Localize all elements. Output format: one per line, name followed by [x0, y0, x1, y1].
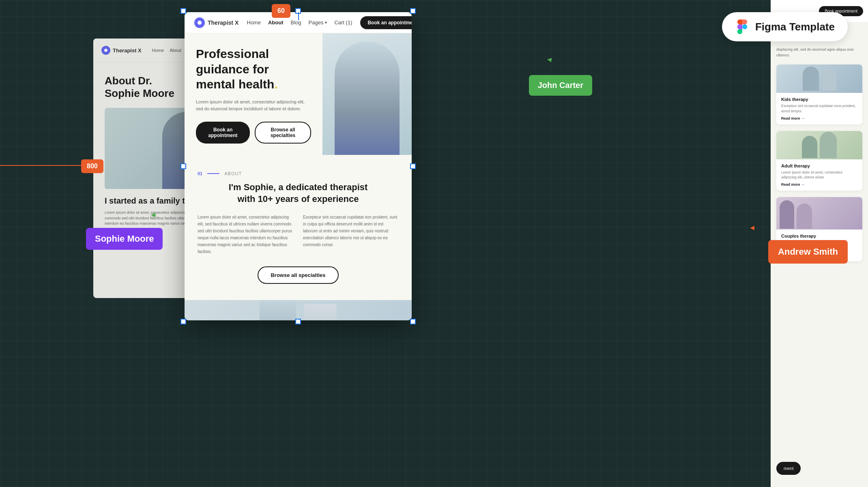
right-card-img-1: [776, 64, 862, 93]
hero-buttons: Book an appointment Browse all specialti…: [196, 122, 311, 144]
about-section: 01 ABOUT I'm Sophie, a dedicated therapi…: [185, 155, 412, 300]
measurement-line-vertical: [298, 12, 299, 20]
about-browse-btn[interactable]: Browse all specialties: [258, 266, 338, 284]
right-card-1-text: Excepteur sint occaecat cupidatat none p…: [781, 103, 857, 114]
about-tag-number: 01: [198, 171, 202, 176]
right-card-1-content: Kids therapy Excepteur sint occaecat cup…: [776, 93, 862, 124]
right-bottom-btn[interactable]: ment: [776, 462, 801, 475]
measurement-badge-800: 800: [81, 159, 103, 173]
about-col2: Excepteur sint occaecat cupidatat non pr…: [303, 214, 399, 255]
right-card-img-3: [776, 197, 862, 230]
right-card-3-title: Couples therapy: [781, 234, 857, 238]
hero-title: Professional guidance for mental health.: [196, 46, 311, 92]
cursor-arrow-left: ◂: [151, 209, 155, 220]
pages-chevron-icon: ▾: [325, 20, 327, 25]
measurement-line-horizontal: [0, 165, 85, 166]
sophie-moore-label: Sophie Moore: [86, 228, 163, 250]
hero-browse-btn[interactable]: Browse all specialties: [255, 122, 311, 144]
nav-blog[interactable]: Blog: [290, 19, 301, 26]
right-card-2-title: Adult therapy: [781, 163, 857, 168]
strip-person-2: [304, 304, 337, 320]
logo-circle-icon: [194, 17, 205, 28]
john-carter-label: John Carter: [529, 75, 592, 96]
right-section-desc: displacing elit, sed do eiusmod agne ali…: [776, 47, 862, 58]
about-tag-line: [207, 173, 219, 174]
right-card-2-text: Lorem ipsum dolor sit amet, consectetur …: [781, 170, 857, 180]
left-logo-icon: [101, 46, 110, 55]
about-col1: Lorem ipsum dolor sit amet, consectetur …: [198, 214, 293, 255]
right-card-1: Kids therapy Excepteur sint occaecat cup…: [776, 64, 862, 124]
figma-logo-icon: [735, 19, 750, 34]
cursor-arrow-andrew: ◂: [750, 222, 754, 233]
figma-template-text: Figma Template: [755, 21, 835, 33]
about-columns: Lorem ipsum dolor sit amet, consectetur …: [198, 214, 399, 255]
hero-title-dot: .: [274, 77, 277, 91]
right-card-2: Adult therapy Lorem ipsum dolor sit amet…: [776, 131, 862, 191]
right-card-2-content: Adult therapy Lorem ipsum dolor sit amet…: [776, 159, 862, 191]
right-card-img-2: [776, 131, 862, 159]
main-logo: Therapist X: [194, 17, 238, 28]
hero-doctor-silhouette: [335, 41, 400, 155]
nav-about[interactable]: About: [268, 19, 284, 26]
strip-person-1: [260, 300, 296, 320]
bottom-image-strip: [185, 300, 412, 320]
right-bottom-btn-partial: ment: [776, 462, 801, 475]
right-cards-container: Kids therapy Excepteur sint occaecat cup…: [771, 64, 868, 261]
about-tag: 01 ABOUT: [198, 171, 399, 176]
figma-template-badge: Figma Template: [722, 12, 848, 41]
nav-cart[interactable]: Cart (1): [334, 19, 352, 26]
right-card-2-link[interactable]: Read more →: [781, 182, 857, 187]
main-center-panel: Therapist X Home About Blog Pages ▾ Cart…: [185, 12, 412, 320]
browse-btn-wrapper: Browse all specialties: [198, 266, 399, 284]
measurement-badge-60: 60: [272, 4, 290, 18]
hero-book-btn[interactable]: Book an appointment: [196, 122, 250, 144]
nav-home[interactable]: Home: [247, 19, 261, 26]
hero-subtitle: Lorem ipsum dolor sit amet, consectetur …: [196, 99, 311, 113]
right-card-1-link[interactable]: Read more →: [781, 116, 857, 120]
hero-section: Professional guidance for mental health.…: [185, 33, 412, 155]
andrew-smith-label: Andrew Smith: [768, 240, 848, 264]
hero-text-area: Professional guidance for mental health.…: [185, 33, 322, 155]
nav-pages[interactable]: Pages ▾: [309, 19, 327, 26]
about-tag-label: ABOUT: [224, 171, 242, 176]
book-appointment-nav-button[interactable]: Book an appointment: [360, 16, 412, 29]
right-card-1-title: Kids therapy: [781, 97, 857, 102]
hero-doctor-image: [322, 33, 412, 155]
left-panel-logo: Therapist X: [101, 46, 142, 55]
about-title: I'm Sophie, a dedicated therapistwith 10…: [198, 182, 399, 205]
main-nav-links: Home About Blog Pages ▾ Cart (1): [247, 19, 352, 26]
